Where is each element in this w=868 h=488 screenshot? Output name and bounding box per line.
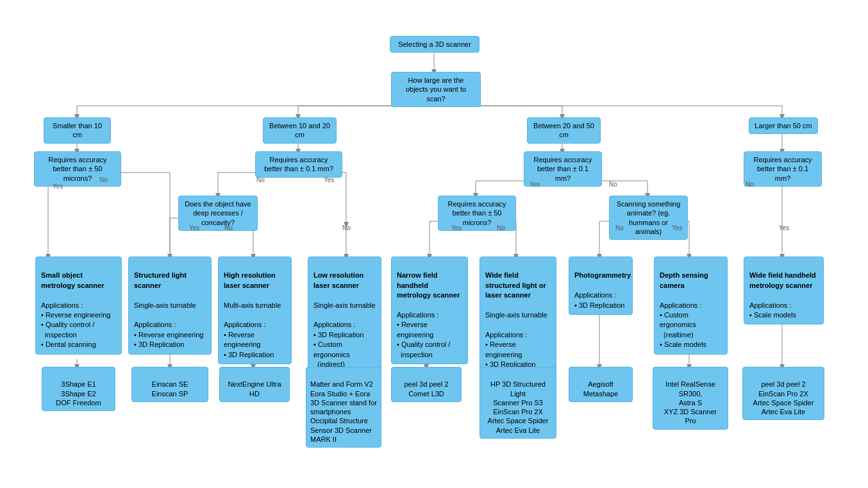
- label-yes-acc-2050: Yes: [530, 181, 540, 188]
- res-lo-laser: Low resolution laser scannerSingle-axis …: [308, 257, 381, 374]
- label-no-acc-lt10: No: [99, 176, 108, 183]
- q-animate-node: Scanning something animate? (eg. hummans…: [609, 196, 688, 240]
- prod-photo: Aegisoft Metashape: [569, 367, 633, 402]
- label-no-acc-2050: No: [609, 181, 617, 188]
- label-no-acc-gt50: No: [746, 181, 754, 188]
- res-depth: Depth sensing cameraApplications :• Cust…: [654, 257, 728, 355]
- label-no-acc-1020: No: [256, 176, 265, 183]
- label-no-recess: No: [224, 224, 233, 231]
- q-acc-gt50-node: Requires accuracy better than ± 0.1 mm?: [744, 151, 822, 187]
- prod-small: 3Shape E13Shape E2DOF Freedom: [42, 367, 115, 411]
- res-wide-struct: Wide field structured light or laser sca…: [480, 257, 556, 374]
- res-hi-laser: High resolution laser scannerMulti-axis …: [218, 257, 292, 364]
- q-acc-lt10-node: Requires accuracy better than ± 50 micro…: [34, 151, 121, 187]
- label-no-animate: No: [615, 224, 624, 231]
- label-no-lo: No: [342, 224, 351, 231]
- prod-wide-struct: HP 3D Structured LightScanner Pro S3EinS…: [480, 367, 556, 439]
- prod-narrow: peel 3d peel 2Comet L3D: [391, 367, 462, 402]
- label-yes-acc-gt50: Yes: [779, 224, 789, 231]
- prod-depth: Intel RealSense SR300,Astra SXYZ 3D Scan…: [653, 367, 728, 430]
- prod-struct: Einscan SEEinscan SP: [131, 367, 208, 402]
- label-yes-acc-2050b: Yes: [451, 224, 462, 231]
- b-20-50-node: Between 20 and 50 cm: [527, 117, 601, 144]
- res-photo: PhotogrammetryApplications :• 3D Replica…: [569, 257, 633, 315]
- q-acc-10-20-node: Requires accuracy better than ± 0.1 mm?: [255, 151, 342, 178]
- flowchart: Selecting a 3D scanner How large are the…: [0, 0, 868, 488]
- b-10-20-node: Between 10 and 20 cm: [263, 117, 337, 144]
- prod-hi-laser: NextEngine Ultra HD: [219, 367, 290, 402]
- label-yes-recess: Yes: [189, 224, 199, 231]
- b-gt50-node: Larger than 50 cm: [749, 117, 818, 134]
- label-no-acc-2050b: No: [497, 224, 505, 231]
- prod-lo-laser: Matter and Form V2Eora Studio + Eora3D S…: [306, 367, 381, 448]
- b-lt10-node: Smaller than 10 cm: [44, 117, 111, 144]
- start-node: Selecting a 3D scanner: [390, 36, 480, 53]
- label-yes-acc-1020: Yes: [324, 176, 334, 183]
- label-yes-animate: Yes: [672, 224, 682, 231]
- prod-wide-hand: peel 3d peel 2EinScan Pro 2XArtec Space …: [742, 367, 824, 420]
- res-struct-light: Structured light scannerSingle-axis turn…: [128, 257, 212, 355]
- label-yes-acc-lt10: Yes: [53, 183, 63, 190]
- res-narrow-hand: Narrow field handheld metrology scannerA…: [391, 257, 468, 364]
- q-size-node: How large are the objects you want to sc…: [391, 72, 481, 107]
- res-small-metro: Small object metrology scannerApplicatio…: [35, 257, 122, 355]
- res-wide-hand: Wide field handheld metrology scannerApp…: [744, 257, 824, 324]
